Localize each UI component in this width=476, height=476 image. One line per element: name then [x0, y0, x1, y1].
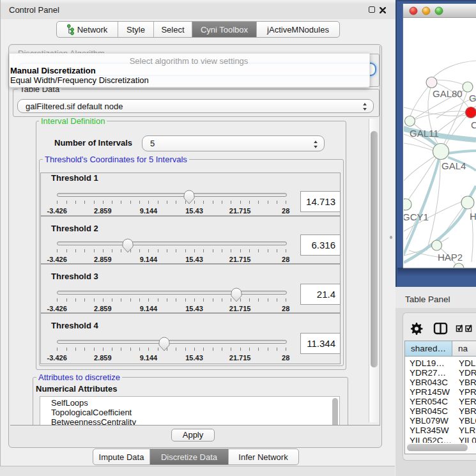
svg-text:GAL11: GAL11	[410, 128, 439, 139]
svg-text:G.: G.	[469, 93, 476, 104]
svg-text:GAL4: GAL4	[441, 160, 466, 171]
svg-text:GCY1: GCY1	[404, 211, 429, 222]
svg-text:C: C	[471, 119, 476, 130]
svg-text:H: H	[470, 211, 476, 222]
svg-text:GAL80: GAL80	[433, 88, 463, 99]
svg-text:HAP2: HAP2	[438, 252, 463, 263]
